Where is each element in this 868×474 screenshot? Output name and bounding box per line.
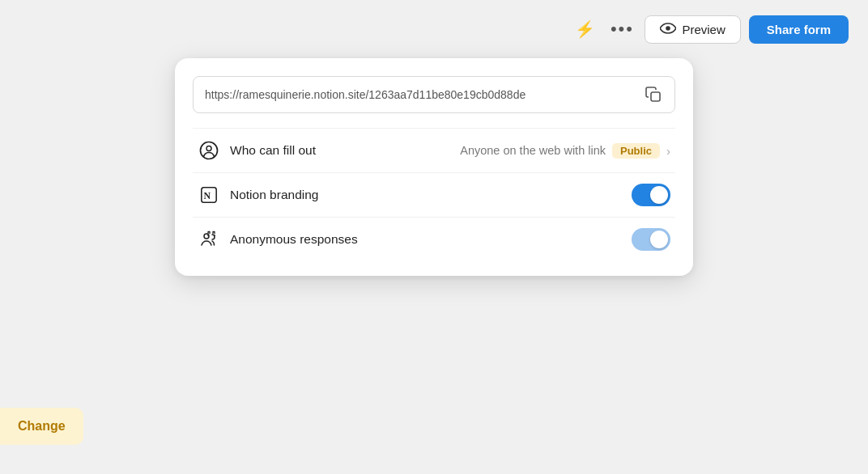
notion-branding-row[interactable]: N Notion branding <box>193 172 675 217</box>
notion-branding-right <box>632 184 670 206</box>
url-row: https://ramesquinerie.notion.site/1263aa… <box>193 76 675 113</box>
anonymous-responses-right <box>632 228 670 251</box>
share-url: https://ramesquinerie.notion.site/1263aa… <box>205 88 637 101</box>
preview-label: Preview <box>682 23 725 36</box>
who-can-fill-right: Anyone on the web with link Public › <box>460 143 670 159</box>
change-button[interactable]: Change <box>0 408 83 445</box>
copy-icon <box>645 87 662 103</box>
svg-rect-1 <box>651 92 660 101</box>
notion-branding-toggle[interactable] <box>632 184 670 206</box>
who-can-fill-row[interactable]: Who can fill out Anyone on the web with … <box>193 128 675 172</box>
anonymous-responses-row[interactable]: Anonymous responses <box>193 217 675 261</box>
change-label: Change <box>18 419 66 433</box>
anonymous-icon <box>198 228 220 251</box>
eye-icon <box>660 23 676 36</box>
toggle-knob <box>650 186 668 204</box>
preview-button[interactable]: Preview <box>645 15 740 44</box>
who-can-fill-label: Who can fill out <box>230 143 460 158</box>
anonymous-responses-toggle[interactable] <box>632 228 670 251</box>
copy-url-button[interactable] <box>644 85 663 104</box>
url-input-wrapper: https://ramesquinerie.notion.site/1263aa… <box>193 76 675 113</box>
notion-branding-label: Notion branding <box>230 188 632 202</box>
public-badge: Public <box>612 143 660 159</box>
chevron-right-icon: › <box>666 144 670 158</box>
more-icon: ••• <box>611 19 634 40</box>
svg-point-0 <box>666 26 671 31</box>
lightning-icon: ⚡ <box>575 19 595 39</box>
toggle-knob <box>650 231 668 248</box>
toolbar: ⚡ ••• Preview Share form <box>551 0 868 58</box>
share-panel: https://ramesquinerie.notion.site/1263aa… <box>175 58 693 276</box>
more-options-button[interactable]: ••• <box>607 15 636 44</box>
svg-point-3 <box>206 146 211 151</box>
anonymous-responses-label: Anonymous responses <box>230 232 632 247</box>
notion-icon: N <box>198 184 220 206</box>
who-can-fill-desc: Anyone on the web with link <box>460 144 606 157</box>
lightning-button[interactable]: ⚡ <box>570 15 599 44</box>
svg-text:N: N <box>204 190 211 201</box>
person-circle-icon <box>198 139 220 162</box>
share-form-button[interactable]: Share form <box>749 15 849 44</box>
share-form-label: Share form <box>767 23 831 36</box>
